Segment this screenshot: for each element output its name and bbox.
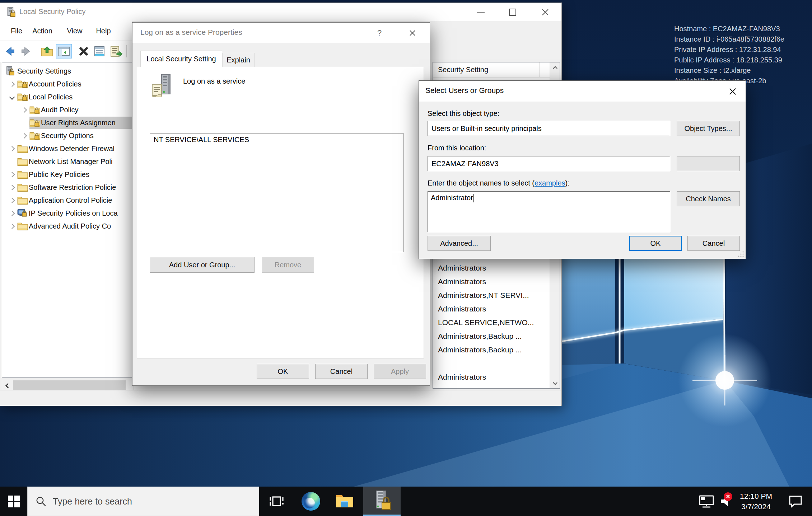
tree-item-audit-policy[interactable]: Audit Policy [2,103,133,116]
tree-item-local-policies[interactable]: Local Policies [2,90,133,103]
dialog-close-button[interactable] [405,27,420,39]
back-button[interactable] [3,44,17,58]
ok-button[interactable]: OK [257,364,309,379]
edge-browser-button[interactable] [296,487,326,516]
tree-horizontal-scrollbar[interactable] [2,380,134,391]
export-list-button[interactable] [109,44,123,58]
info-instance-id: Instance ID : i-065a48f5730882f6e [674,34,784,44]
add-user-or-group-button[interactable]: Add User or Group... [150,257,255,273]
folder-up-icon [41,45,53,57]
object-names-label: Enter the object names to select (exampl… [428,179,570,187]
advanced-button[interactable]: Advanced... [428,236,491,251]
help-button[interactable]: ? [372,27,387,39]
list-row[interactable]: Administrators [433,275,550,289]
dialog-titlebar[interactable]: Log on as a service Properties ? [132,23,430,43]
network-status-button[interactable] [696,487,717,516]
resize-grip[interactable] [738,251,744,257]
list-row[interactable]: Administrators,Backup ... [433,343,550,357]
tab-page: Log on as a service NT SERVICE\ALL SERVI… [137,67,424,358]
minimize-button[interactable] [469,3,492,21]
tree-item-ip-security-policies[interactable]: IP Security Policies on Loca [2,207,133,220]
tree-item-network-list-manager[interactable]: Network List Manager Poli [2,155,133,168]
menu-action[interactable]: Action [28,21,57,41]
file-explorer-button[interactable] [330,487,360,516]
tree-item-software-restriction-policies[interactable]: Software Restriction Policie [2,181,133,194]
tree-item-security-settings[interactable]: Security Settings [2,65,133,78]
delete-button[interactable] [77,44,90,58]
task-view-button[interactable] [261,487,291,516]
clock-time: 12:10 PM [740,491,772,501]
list-row[interactable]: Administrators,Backup ... [433,329,550,343]
locations-button[interactable] [677,156,740,171]
check-names-button[interactable]: Check Names [677,191,740,206]
action-center-button[interactable] [783,487,808,516]
folder-icon [17,196,29,205]
tree-item-account-policies[interactable]: Account Policies [2,78,133,90]
window-titlebar[interactable]: Local Security Policy [0,3,561,21]
examples-link[interactable]: examples [535,179,565,187]
scroll-left-button[interactable] [3,382,13,390]
scroll-down-button[interactable] [550,377,560,388]
export-folder-button[interactable] [40,44,54,58]
ok-button[interactable]: OK [629,236,682,251]
menu-file[interactable]: File [6,21,27,41]
apply-button[interactable]: Apply [374,364,426,379]
properties-button[interactable] [93,44,106,58]
dialog-titlebar[interactable]: Select Users or Groups [419,81,746,102]
taskbar-clock[interactable]: 12:10 PM 3/7/2024 [734,487,778,516]
object-type-field[interactable]: Users or Built-in security principals [428,121,670,136]
folder-icon [17,183,29,192]
expand-icon[interactable] [9,184,15,190]
logon-service-properties-dialog: Log on as a service Properties ? Local S… [132,22,430,386]
location-field[interactable]: EC2AMAZ-FAN98V3 [428,156,670,171]
list-row[interactable]: Administrators,NT SERVI... [433,289,550,302]
local-security-policy-taskbar-button[interactable] [363,487,401,516]
scroll-up-button[interactable] [550,62,560,74]
dialog-close-button[interactable] [724,85,741,98]
close-button[interactable] [534,3,557,21]
tree-item-application-control-policies[interactable]: Application Control Policie [2,194,133,207]
tab-local-security-setting[interactable]: Local Security Setting [140,51,222,67]
tab-explain[interactable]: Explain [222,53,255,67]
expand-icon[interactable] [21,133,27,139]
toolbar [0,41,132,62]
tree-item-windows-defender-firewall[interactable]: Windows Defender Firewal [2,142,133,155]
menu-view[interactable]: View [63,21,86,41]
members-listbox[interactable]: NT SERVICE\ALL SERVICES [150,133,403,252]
object-types-button[interactable]: Object Types... [677,121,740,136]
tree-item-advanced-audit-policy[interactable]: Advanced Audit Policy Co [2,220,133,233]
list-row[interactable] [433,357,550,370]
tree-item-user-rights-assignment[interactable]: User Rights Assignmen [2,116,133,129]
forward-button[interactable] [19,44,33,58]
menu-bar: File Action View Help [0,21,132,41]
collapse-icon[interactable] [9,94,15,100]
expand-icon[interactable] [9,146,15,151]
folder-lock-icon [29,131,41,140]
expand-icon[interactable] [9,210,15,216]
tree-item-security-options[interactable]: Security Options [2,129,133,142]
list-row[interactable]: Administrators [433,370,550,384]
cancel-button[interactable]: Cancel [315,364,368,379]
member-entry[interactable]: NT SERVICE\ALL SERVICES [154,136,400,144]
console-tree-panel: Security Settings Account Policies Local… [2,62,134,378]
taskbar-search[interactable]: Type here to search [27,487,259,516]
list-row[interactable]: Administrators [433,302,550,316]
expand-icon[interactable] [9,223,15,229]
show-console-tree-button[interactable] [56,44,72,58]
expand-icon[interactable] [9,172,15,177]
info-instance-size: Instance Size : t2.xlarge [674,65,784,76]
maximize-button[interactable] [501,3,524,21]
remove-button[interactable]: Remove [262,257,314,273]
start-button[interactable] [0,487,27,516]
list-row[interactable]: LOCAL SERVICE,NETWO... [433,316,550,329]
list-row[interactable]: Administrators [433,261,550,275]
column-header-security-setting[interactable]: Security Setting [433,62,550,78]
expand-icon[interactable] [21,107,27,113]
expand-icon[interactable] [9,81,15,87]
tree-item-public-key-policies[interactable]: Public Key Policies [2,168,133,181]
object-names-textarea[interactable]: Administrator [428,191,670,232]
menu-help[interactable]: Help [92,21,115,41]
scrollbar-thumb[interactable] [13,380,126,390]
cancel-button[interactable]: Cancel [687,236,740,251]
expand-icon[interactable] [9,197,15,203]
